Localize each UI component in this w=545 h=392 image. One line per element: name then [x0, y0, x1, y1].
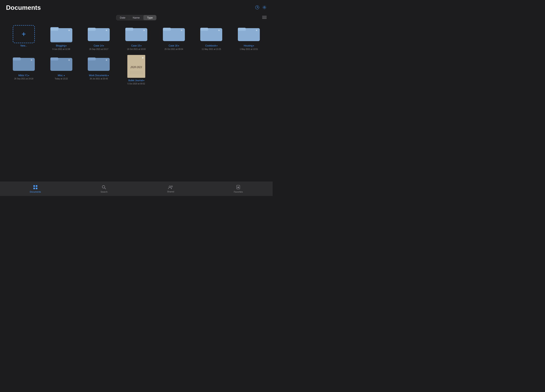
- plus-icon: +: [22, 30, 26, 38]
- folder-item-case15[interactable]: ★ Case 15▾ 18 Oct 2021 at 10:03: [118, 24, 154, 52]
- svg-marker-36: [237, 186, 239, 188]
- header-icons: [255, 4, 266, 10]
- sort-name-button[interactable]: Name: [129, 15, 143, 20]
- folder-label-case16: Case 16▾: [169, 44, 179, 48]
- star-icon-case16: ★: [180, 29, 183, 32]
- new-folder-label: New...: [20, 44, 27, 48]
- svg-rect-29: [33, 188, 35, 189]
- star-icon-bulletjournal: ★: [142, 56, 144, 59]
- svg-rect-22: [13, 57, 21, 60]
- nav-search-label: Search: [100, 191, 107, 193]
- header: Documents: [0, 0, 272, 13]
- folder-date-mbbsy1: 26 Sep 2021 at 19:18: [14, 78, 33, 80]
- svg-point-33: [169, 186, 171, 187]
- nav-favorites-label: Favorites: [234, 191, 243, 193]
- svg-rect-20: [238, 28, 246, 31]
- file-date-bulletjournal: 5 Oct 2020 at 00:52: [128, 82, 145, 85]
- shared-nav-icon: [168, 185, 173, 190]
- folder-icon-mbbsy1: ★: [13, 55, 35, 73]
- star-icon-case15: ★: [143, 29, 145, 32]
- folder-icon-workdocs: ★: [88, 55, 110, 73]
- grid-row-2: ★ Mbbs Y1▾ 26 Sep 2021 at 19:18 ★ Misc.▾…: [0, 54, 272, 88]
- grid-row-1: + New... ★ Blogging▾ 9 Jun 2021 at 12:08: [0, 22, 272, 54]
- folder-label-workdocs: Work Documents▾: [89, 74, 109, 77]
- svg-point-1: [264, 7, 265, 8]
- nav-favorites[interactable]: Favorites: [234, 185, 243, 193]
- folder-date-cookbook: 11 May 2021 at 13:25: [202, 48, 221, 50]
- nav-search[interactable]: Search: [100, 185, 107, 193]
- star-icon-blogging: ★: [68, 29, 70, 32]
- folder-label-housing: Housing▾: [244, 44, 254, 48]
- sort-bar: Date Name Type: [0, 13, 272, 22]
- sort-date-button[interactable]: Date: [116, 15, 129, 20]
- folder-item-case14[interactable]: ★ Case 14▾ 26 Sep 2021 at 19:17: [81, 24, 117, 52]
- svg-rect-18: [200, 28, 208, 31]
- page-title: Documents: [6, 4, 41, 11]
- nav-shared[interactable]: Shared: [167, 185, 174, 193]
- documents-nav-icon: [33, 185, 37, 190]
- sort-button-group: Date Name Type: [116, 15, 156, 20]
- svg-rect-16: [163, 28, 171, 31]
- folder-icon-blogging: ★: [50, 25, 72, 43]
- folder-label-cookbook: Cookbook▾: [205, 44, 217, 48]
- folder-icon-housing: ★: [238, 25, 260, 43]
- folder-label-blogging: Blogging▾: [56, 44, 67, 48]
- svg-rect-30: [36, 188, 37, 189]
- svg-rect-28: [36, 185, 37, 187]
- folder-icon-case16: ★: [163, 25, 185, 43]
- folder-date-blogging: 9 Jun 2021 at 12:08: [52, 48, 70, 50]
- star-icon-mbbsy1: ★: [30, 59, 33, 61]
- folder-label-misc: Misc.▾: [58, 74, 65, 77]
- star-icon-misc: ★: [68, 59, 70, 61]
- star-icon-housing: ★: [255, 29, 258, 32]
- list-view-button[interactable]: [262, 16, 266, 20]
- star-icon-case14: ★: [105, 29, 108, 32]
- nav-documents[interactable]: Documents: [30, 185, 41, 193]
- star-icon-cookbook: ★: [218, 29, 220, 32]
- folder-icon-case15: ★: [125, 25, 147, 43]
- nav-shared-label: Shared: [167, 190, 174, 193]
- star-icon-workdocs: ★: [105, 59, 108, 61]
- file-item-bulletjournal[interactable]: 2020·2021 ★ Bullet Journal▾ 5 Oct 2020 a…: [118, 54, 154, 86]
- gear-icon[interactable]: [262, 5, 266, 10]
- folder-date-housing: 1 May 2021 at 13:51: [240, 48, 258, 50]
- new-folder-box: +: [13, 25, 35, 43]
- folder-icon-misc: ★: [50, 55, 72, 73]
- favorites-nav-icon: [236, 185, 240, 190]
- svg-rect-14: [125, 28, 133, 31]
- folder-date-case15: 18 Oct 2021 at 10:03: [127, 48, 145, 50]
- search-nav-icon: [102, 185, 106, 190]
- folder-item-blogging[interactable]: ★ Blogging▾ 9 Jun 2021 at 12:08: [43, 24, 79, 52]
- folder-label-mbbsy1: Mbbs Y1▾: [19, 74, 29, 77]
- folder-label-case15: Case 15▾: [131, 44, 142, 48]
- new-folder-item[interactable]: + New...: [6, 24, 42, 49]
- book-title: 2020·2021: [129, 63, 143, 69]
- svg-line-32: [105, 188, 106, 189]
- book-lines: [130, 71, 143, 75]
- svg-rect-10: [50, 28, 58, 31]
- folder-item-housing[interactable]: ★ Housing▾ 1 May 2021 at 13:51: [231, 24, 266, 52]
- folder-item-mbbsy1[interactable]: ★ Mbbs Y1▾ 26 Sep 2021 at 19:18: [6, 54, 42, 81]
- svg-rect-12: [88, 28, 96, 31]
- svg-rect-26: [88, 57, 96, 60]
- svg-rect-27: [33, 185, 35, 187]
- sync-icon[interactable]: [255, 5, 260, 10]
- folder-label-case14: Case 14▾: [93, 44, 104, 48]
- nav-documents-label: Documents: [30, 191, 41, 193]
- bottom-nav: Documents Search Shared Fa: [0, 182, 272, 196]
- folder-item-cookbook[interactable]: ★ Cookbook▾ 11 May 2021 at 13:25: [194, 24, 229, 52]
- folder-icon-cookbook: ★: [200, 25, 222, 43]
- file-label-bulletjournal: Bullet Journal▾: [128, 79, 144, 82]
- folder-date-case14: 26 Sep 2021 at 19:17: [89, 48, 108, 50]
- folder-date-workdocs: 26 Jul 2021 at 20:43: [90, 78, 108, 80]
- folder-date-case16: 25 Oct 2021 at 09:04: [164, 48, 183, 50]
- sort-type-button[interactable]: Type: [143, 15, 156, 20]
- folder-date-misc: Today at 13:22: [55, 78, 68, 80]
- folder-item-misc[interactable]: ★ Misc.▾ Today at 13:22: [43, 54, 79, 81]
- folder-item-case16[interactable]: ★ Case 16▾ 25 Oct 2021 at 09:04: [156, 24, 192, 52]
- svg-point-34: [171, 186, 173, 187]
- folder-item-workdocs[interactable]: ★ Work Documents▾ 26 Jul 2021 at 20:43: [81, 54, 117, 81]
- svg-rect-24: [50, 57, 58, 60]
- folder-icon-case14: ★: [88, 25, 110, 43]
